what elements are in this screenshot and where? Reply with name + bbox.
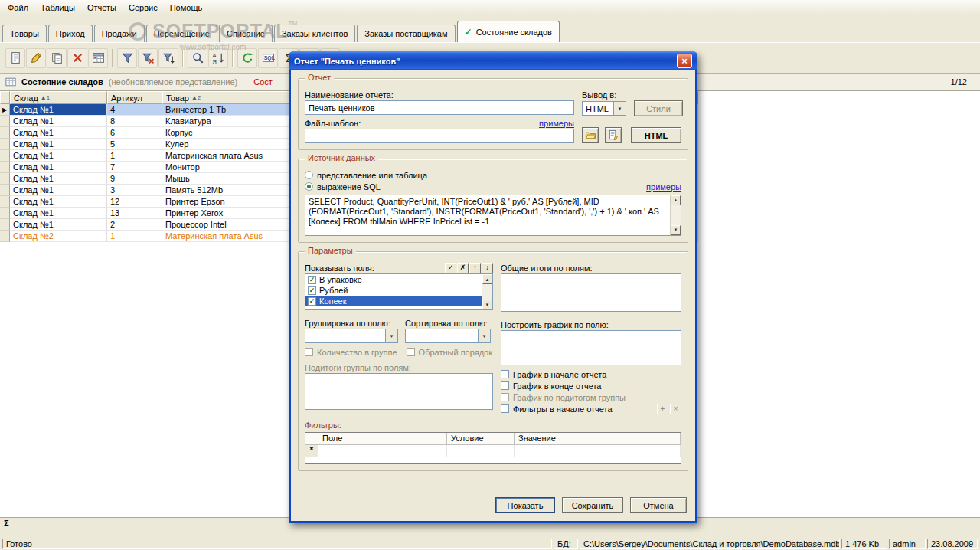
table-cell[interactable]: Склад №1 (10, 104, 107, 116)
grouping-select[interactable]: ▼ (305, 329, 398, 343)
chart-subtotals-option[interactable]: График по подитогам группы (501, 391, 681, 403)
chart-field-box[interactable] (501, 330, 681, 365)
tab-7[interactable]: ✓Состояние складов (457, 21, 560, 42)
filter-sort-button[interactable] (158, 48, 178, 68)
filter-field-cell[interactable] (318, 445, 447, 457)
edit-record-button[interactable] (26, 48, 46, 68)
row-selector-gutter[interactable] (0, 127, 10, 139)
cancel-button[interactable]: Отмена (630, 497, 687, 513)
save-button[interactable]: Сохранить (562, 497, 623, 513)
source-view-option[interactable]: представление или таблица (305, 169, 681, 181)
refresh-button[interactable] (237, 48, 257, 68)
tab-4[interactable]: Списание (219, 25, 273, 42)
radio-view-icon[interactable] (305, 171, 313, 179)
tab-2[interactable]: Продажи (94, 25, 145, 42)
table-cell[interactable]: 1 (107, 231, 162, 242)
search-button[interactable] (188, 48, 207, 68)
field-checkbox-icon[interactable]: ✓ (308, 297, 316, 306)
field-list-item[interactable]: ✓В упаковке (305, 274, 492, 285)
sql-examples-link[interactable]: примеры (646, 182, 681, 192)
table-cell[interactable]: 8 (107, 116, 162, 127)
sort-az-button[interactable]: АЯ (208, 48, 228, 68)
table-cell[interactable]: 5 (107, 139, 162, 150)
subtotals-box[interactable] (305, 373, 493, 410)
row-selector-gutter[interactable] (0, 196, 10, 208)
move-down-button[interactable]: ↓ (482, 263, 493, 273)
html-preview-button[interactable]: HTML (631, 127, 681, 143)
open-template-button[interactable] (582, 127, 599, 143)
tab-1[interactable]: Приход (48, 25, 93, 42)
show-button[interactable]: Показать (495, 497, 555, 513)
table-cell[interactable]: Склад №1 (10, 219, 107, 231)
table-cell[interactable]: Склад №1 (10, 150, 107, 162)
filters-new-row[interactable]: * (305, 445, 681, 457)
template-examples-link[interactable]: примеры (539, 119, 574, 128)
column-header-0[interactable]: Склад▲1 (10, 91, 107, 104)
menu-item-1[interactable]: Таблицы (34, 1, 81, 15)
table-cell[interactable]: 7 (107, 162, 162, 173)
row-selector-gutter[interactable] (0, 185, 10, 196)
checkbox-count-in-group-icon[interactable] (305, 348, 313, 356)
menu-item-4[interactable]: Помощь (164, 1, 209, 15)
chart-start-option[interactable]: График в начале отчета (501, 368, 681, 380)
add-filter-button[interactable]: + (657, 404, 668, 414)
checkbox-chart-subtotals-icon[interactable] (501, 393, 509, 401)
checkbox-chart-end-icon[interactable] (501, 381, 509, 390)
table-cell[interactable]: 4 (107, 104, 162, 116)
output-format-select[interactable]: HTML ▼ (582, 101, 626, 116)
scroll-up-icon[interactable]: ▲ (671, 195, 681, 205)
row-selector-gutter[interactable] (0, 173, 10, 185)
table-cell[interactable]: 6 (107, 127, 162, 139)
table-views-button[interactable] (88, 48, 108, 68)
row-selector-gutter[interactable]: ▶ (0, 104, 10, 116)
tab-0[interactable]: Товары (2, 25, 47, 42)
fields-scrollbar[interactable]: ▲▼ (482, 274, 492, 309)
check-all-button[interactable]: ✓ (445, 263, 456, 273)
filter-value-cell[interactable] (514, 445, 681, 457)
field-list-item[interactable]: ✓Копеек (305, 296, 492, 306)
row-selector-gutter[interactable] (0, 231, 10, 242)
row-selector-gutter[interactable] (0, 219, 10, 231)
edit-template-button[interactable] (605, 127, 622, 143)
menu-item-0[interactable]: Файл (2, 1, 34, 15)
fields-listbox[interactable]: ✓В упаковке✓Рублей✓Копеек▲▼ (305, 273, 493, 310)
checkbox-reverse-order-icon[interactable] (407, 348, 415, 356)
field-list-item[interactable]: ✓Рублей (305, 285, 492, 296)
table-cell[interactable]: 9 (107, 173, 162, 185)
sorting-select[interactable]: ▼ (405, 329, 491, 343)
move-up-button[interactable]: ↑ (469, 263, 481, 273)
radio-sql-icon[interactable] (305, 182, 313, 191)
delete-record-button[interactable] (67, 48, 87, 68)
delete-filter-button[interactable]: × (670, 404, 681, 414)
field-checkbox-icon[interactable]: ✓ (308, 276, 316, 284)
row-selector-gutter[interactable] (0, 208, 10, 219)
count-in-group-option[interactable]: Количество в группе (305, 346, 397, 358)
reverse-order-option[interactable]: Обратный порядок (407, 346, 492, 358)
table-cell[interactable]: Склад №1 (10, 139, 107, 150)
filters-start-option[interactable]: Фильтры в начале отчета (501, 403, 612, 414)
table-cell[interactable]: Склад №2 (10, 231, 107, 242)
template-file-input[interactable] (305, 129, 574, 143)
table-cell[interactable]: Склад №1 (10, 173, 107, 185)
table-cell[interactable]: Склад №1 (10, 185, 107, 196)
sql-editor-button[interactable]: SQL (258, 48, 278, 68)
table-cell[interactable]: Склад №1 (10, 127, 107, 139)
menu-item-3[interactable]: Сервис (122, 1, 164, 15)
filter-condition-cell[interactable] (447, 445, 514, 457)
scroll-up-icon[interactable]: ▲ (482, 274, 492, 284)
dropdown-arrow-icon[interactable]: ▼ (478, 329, 490, 342)
styles-button[interactable]: Стили (634, 100, 683, 116)
row-selector-gutter[interactable] (0, 150, 10, 162)
field-checkbox-icon[interactable]: ✓ (308, 286, 316, 295)
scroll-down-icon[interactable]: ▼ (671, 225, 681, 235)
row-selector-gutter[interactable] (0, 139, 10, 150)
copy-record-button[interactable] (47, 48, 67, 68)
tab-3[interactable]: Перемещение (146, 25, 217, 42)
table-cell[interactable]: 12 (107, 196, 162, 208)
table-cell[interactable]: Склад №1 (10, 116, 107, 127)
sql-scrollbar[interactable]: ▲ ▼ (670, 195, 681, 235)
filter-button[interactable] (117, 48, 137, 68)
table-cell[interactable]: 3 (107, 185, 162, 196)
table-cell[interactable]: 1 (107, 150, 162, 162)
close-icon[interactable]: × (677, 54, 692, 68)
